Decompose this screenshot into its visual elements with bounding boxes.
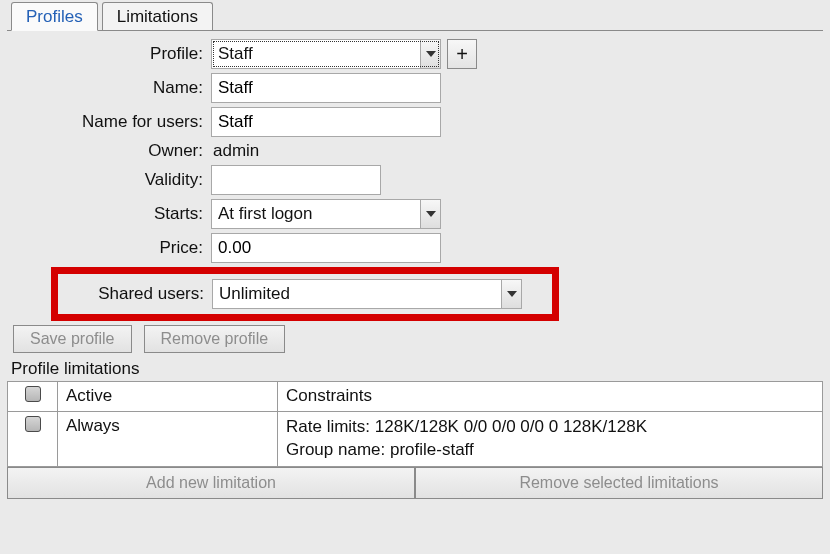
- row-select-cell[interactable]: [8, 412, 58, 467]
- shared-users-select[interactable]: Unlimited: [212, 279, 522, 309]
- header-constraints: Constraints: [278, 382, 823, 412]
- select-all-cell[interactable]: [8, 382, 58, 412]
- profile-limitations-title: Profile limitations: [11, 359, 823, 379]
- constraints-line1: Rate limits: 128K/128K 0/0 0/0 0/0 0 128…: [286, 416, 814, 439]
- owner-value: admin: [211, 141, 259, 161]
- profiles-panel: Profiles Limitations Profile: Staff + Na…: [0, 0, 830, 554]
- limitations-table: Active Constraints Always Rate limits: 1…: [7, 381, 823, 467]
- chevron-down-icon: [501, 280, 521, 308]
- label-profile: Profile:: [7, 44, 211, 64]
- add-profile-button[interactable]: +: [447, 39, 477, 69]
- tab-limitations[interactable]: Limitations: [102, 2, 213, 30]
- limitations-row: Always Rate limits: 128K/128K 0/0 0/0 0/…: [8, 412, 823, 467]
- profile-select-value: Staff: [218, 44, 253, 64]
- label-shared-users: Shared users:: [58, 284, 212, 304]
- svg-marker-0: [426, 51, 436, 57]
- label-validity: Validity:: [7, 170, 211, 190]
- price-input[interactable]: [211, 233, 441, 263]
- tab-underline: [7, 30, 823, 31]
- svg-marker-1: [426, 211, 436, 217]
- shared-users-highlight: Shared users: Unlimited: [51, 267, 559, 321]
- label-owner: Owner:: [7, 141, 211, 161]
- shared-users-value: Unlimited: [219, 284, 290, 304]
- label-starts: Starts:: [7, 204, 211, 224]
- label-price: Price:: [7, 238, 211, 258]
- tab-bar: Profiles Limitations: [11, 2, 823, 30]
- label-name: Name:: [7, 78, 211, 98]
- profile-select[interactable]: Staff: [211, 39, 441, 69]
- form-area: Profile: Staff + Name: Name for users:: [7, 39, 823, 353]
- svg-marker-2: [507, 291, 517, 297]
- checkbox-icon: [25, 386, 41, 402]
- checkbox-icon: [25, 416, 41, 432]
- limitations-header-row: Active Constraints: [8, 382, 823, 412]
- tab-profiles[interactable]: Profiles: [11, 2, 98, 31]
- starts-select[interactable]: At first logon: [211, 199, 441, 229]
- save-profile-button[interactable]: Save profile: [13, 325, 132, 353]
- profile-actions: Save profile Remove profile: [13, 325, 823, 353]
- limitations-actions: Add new limitation Remove selected limit…: [7, 467, 823, 499]
- header-active: Active: [58, 382, 278, 412]
- row-constraints: Rate limits: 128K/128K 0/0 0/0 0/0 0 128…: [278, 412, 823, 467]
- remove-limitation-button[interactable]: Remove selected limitations: [415, 467, 823, 499]
- chevron-down-icon: [420, 200, 440, 228]
- name-input[interactable]: [211, 73, 441, 103]
- remove-profile-button[interactable]: Remove profile: [144, 325, 286, 353]
- label-name-for-users: Name for users:: [7, 112, 211, 132]
- starts-select-value: At first logon: [218, 204, 313, 224]
- row-active: Always: [58, 412, 278, 467]
- constraints-line2: Group name: profile-staff: [286, 439, 814, 462]
- add-limitation-button[interactable]: Add new limitation: [7, 467, 415, 499]
- name-for-users-input[interactable]: [211, 107, 441, 137]
- validity-input[interactable]: [211, 165, 381, 195]
- chevron-down-icon: [420, 40, 440, 68]
